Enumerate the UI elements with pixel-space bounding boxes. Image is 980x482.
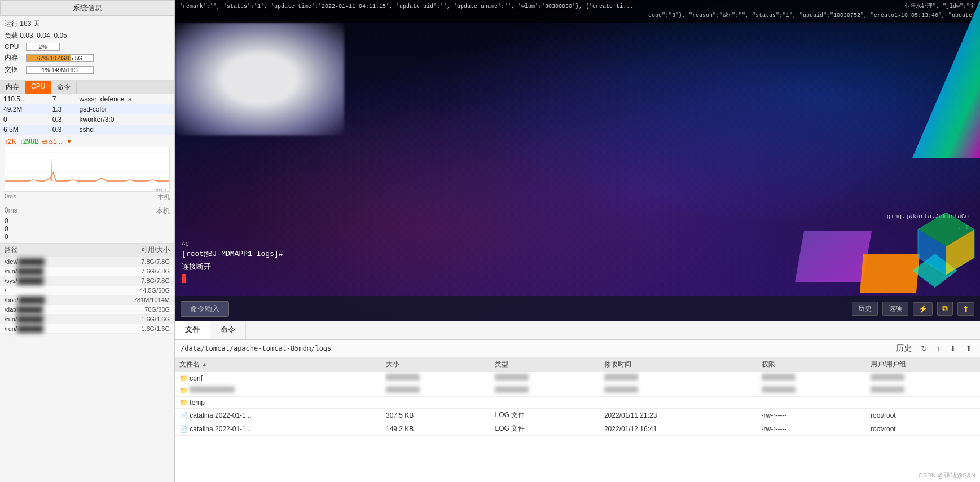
col-type[interactable]: 类型 [490,357,599,372]
blurred-mtime [604,374,638,381]
file-name-cell: 📄 catalina.2022-01-1... [175,422,381,436]
table-row[interactable]: 📁 [175,384,980,397]
folder-icon: 📁 [179,399,188,406]
folder-icon: 📁 [179,374,188,382]
left-panel: 系统信息 运行 163 天 负载 0.03, 0.04, 0.05 CPU 2%… [0,0,175,482]
history-path-button[interactable]: 历史 [894,342,914,355]
svg-marker-3 [50,158,52,181]
latency-section: 0ms 本机 0 0 0 [0,204,174,243]
file-path-bar: /data/tomcat/apache-tomcat-85mdm/logs 历史… [175,340,980,357]
refresh-button[interactable]: ↻ [919,343,930,354]
disk-size-header: 可用/大小 [141,245,170,255]
process-tabs: 内存 CPU 命令 [0,81,174,94]
file-user: root/root [866,422,980,436]
file-table-header: 文件名 ▲ 大小 类型 修改时间 权限 用户/用户组 [175,357,980,372]
tab-cmd[interactable]: 命令 [51,81,77,94]
file-name: catalina.2022-01-1... [190,425,251,433]
blurred-size [386,374,420,381]
file-name-cell: 📁 conf [175,372,381,384]
table-row[interactable]: 📁 conf [175,372,980,384]
cloud-decoration [175,23,344,135]
disk-section: 路径 可用/大小 /dev/██████ 7.8G/7.8G /run/████… [0,243,174,482]
bolt-icon-button[interactable]: ⚡ [913,302,933,316]
terminal-disconnect-line: 连接断开 [182,262,973,272]
file-tab-cmd[interactable]: 命令 [210,321,246,339]
sort-arrow-icon: ▲ [201,361,207,368]
mem-label: 内存 [5,53,26,63]
swap-progress-text: 1% 149M/16G [27,67,93,74]
blurred-type [495,374,529,381]
process-cpu: 7 [49,94,76,104]
col-filename[interactable]: 文件名 ▲ [175,357,381,372]
file-user: root/root [866,409,980,422]
disk-row: / 44.5G/50G [0,286,174,295]
file-tab-files[interactable]: 文件 [175,321,210,339]
table-row[interactable]: 📄 catalina.2022-01-1... 149.2 KB LOG 文件 … [175,422,980,436]
network-bottom: 0ms 本机 [5,193,170,201]
latency-label: 0ms [5,206,17,216]
table-row[interactable]: 📄 catalina.2022-01-1... 307.5 KB LOG 文件 … [175,409,980,422]
copy-icon-button[interactable]: ⧉ [937,302,953,316]
latency-values: 0 0 0 [5,217,170,241]
network-up: ↑2K [5,138,16,145]
disk-row: /dat/██████ 70G/83G [0,305,174,315]
uptime-row: 运行 163 天 [5,19,170,29]
upload-icon-button[interactable]: ⬆ [957,302,974,316]
upload-file-button[interactable]: ⬆ [963,343,974,354]
table-row[interactable]: 📁 temp [175,397,980,409]
terminal-prompt-line: [root@BJ-MDMAPP1 logs]# [182,250,973,258]
file-icon: 📄 [179,412,188,419]
file-mtime: 2022/01/11 21:23 [600,409,757,422]
network-header: ↑2K ↓298B ens1... ▼ [5,138,170,145]
terminal-cursor [182,274,186,283]
folder-icon: 📁 [179,387,188,395]
terminal-prompt: [root@BJ-MDMAPP1 logs]# [182,250,283,258]
sys-info-title: 系统信息 [0,0,174,16]
disk-row: /run/██████ 1.6G/1.6G [0,324,174,334]
tab-cpu[interactable]: CPU [25,81,51,94]
file-mtime: 2022/01/12 16:41 [600,422,757,436]
right-panel: 'remark':'', 'status':'1', 'update_time'… [175,0,980,482]
network-chart: 391K 271K 135K [5,147,170,192]
net-time-right: 本机 [157,193,170,201]
terminal-disconnect: 连接断开 [182,263,211,271]
uptime-text: 运行 163 天 [5,19,40,29]
network-down: ↓298B [20,138,39,145]
history-button[interactable]: 历史 [852,302,878,316]
up-button[interactable]: ↑ [934,343,943,354]
col-mtime[interactable]: 修改时间 [600,357,757,372]
col-user[interactable]: 用户/用户组 [866,357,980,372]
sys-info-body: 运行 163 天 负载 0.03, 0.04, 0.05 CPU 2% 内存 6… [0,16,174,81]
blurred-user [871,374,904,381]
file-table-header-row: 文件名 ▲ 大小 类型 修改时间 权限 用户/用户组 [175,357,980,372]
latency-header: 0ms 本机 [5,206,170,216]
options-button[interactable]: 选项 [882,302,908,316]
rainbow-svg [878,0,980,158]
file-type: LOG 文件 [490,422,599,436]
terminal-output: ^C [root@BJ-MDMAPP1 logs]# 连接断开 [175,236,980,288]
col-size[interactable]: 大小 [381,357,490,372]
rainbow-decoration [878,0,980,158]
network-chevron-icon[interactable]: ▼ [66,138,73,145]
blurred-mtime [604,386,638,393]
process-table: 110.5... 7 wsssr_defence_s 49.2M 1.3 gsd… [0,94,174,135]
mem-progress-text: 67% 10.4G/15.5G [27,55,93,62]
download-button[interactable]: ⬇ [947,343,959,354]
mem-progress-bar: 67% 10.4G/15.5G [26,54,94,62]
terminal-blank-lines: ^C [182,241,973,247]
col-perm[interactable]: 权限 [757,357,866,372]
file-name: conf [190,374,203,382]
table-row: 49.2M 1.3 gsd-color [0,104,174,114]
tab-mem[interactable]: 内存 [0,81,25,94]
mem-row: 内存 67% 10.4G/15.5G [5,53,170,63]
blurred-type [495,386,529,393]
cpu-progress-bar: 2% [26,43,60,51]
file-name-cell: 📄 catalina.2022-01-1... [175,409,381,422]
cpu-row: CPU 2% [5,43,170,51]
file-section: 文件 命令 /data/tomcat/apache-tomcat-85mdm/l… [175,321,980,482]
disk-row: /run/██████ 7.6G/7.8G [0,267,174,276]
load-row: 负载 0.03, 0.04, 0.05 [5,31,170,41]
blurred-user [871,386,904,393]
cmd-input-button[interactable]: 命令输入 [181,301,229,317]
network-interface: ens1... [42,138,63,145]
